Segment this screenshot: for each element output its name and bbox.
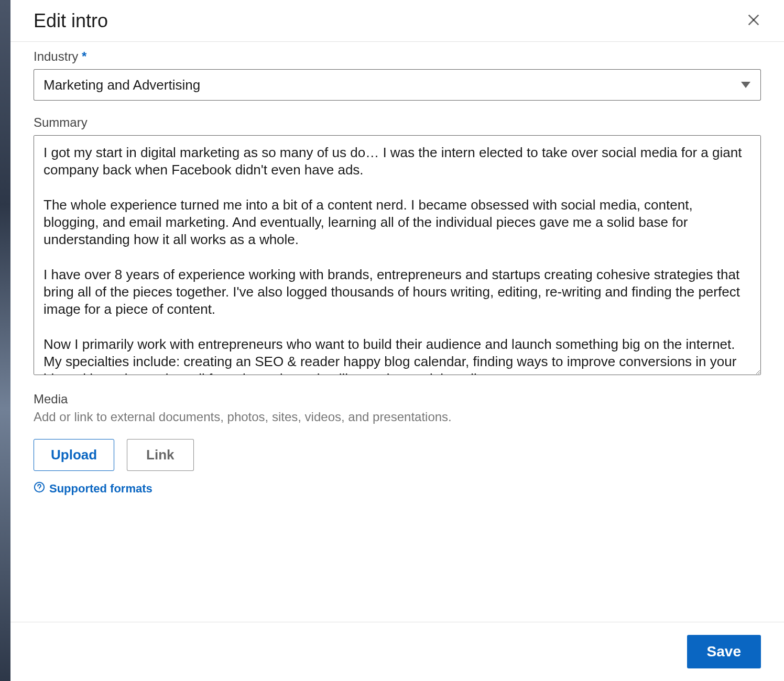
summary-label: Summary [34,115,761,130]
help-icon [34,481,45,496]
upload-button[interactable]: Upload [34,439,114,471]
media-buttons: Upload Link [34,439,761,471]
industry-label: Industry * [34,49,761,64]
close-button[interactable] [743,9,764,32]
media-helper-text: Add or link to external documents, photo… [34,410,761,424]
svg-point-4 [39,489,39,490]
modal-header: Edit intro [10,0,784,42]
link-button[interactable]: Link [127,439,193,471]
modal-footer: Save [10,622,784,681]
media-label: Media [34,392,761,407]
close-icon [745,12,762,30]
industry-select-wrapper: Marketing and Advertising [34,69,761,101]
summary-field-group: Summary I got my start in digital market… [34,115,761,377]
industry-field-group: Industry * Marketing and Advertising [34,49,761,101]
modal-backdrop [0,0,10,681]
edit-intro-modal: Edit intro Industry * Marketing and Adve… [10,0,784,681]
supported-formats-link[interactable]: Supported formats [34,481,761,496]
modal-title: Edit intro [34,10,108,32]
supported-formats-text: Supported formats [49,482,153,496]
save-button[interactable]: Save [687,635,761,668]
media-section: Media Add or link to external documents,… [34,392,761,496]
summary-textarea[interactable]: I got my start in digital marketing as s… [34,135,761,375]
industry-label-text: Industry [34,49,78,63]
modal-body: Industry * Marketing and Advertising Sum… [10,42,784,622]
industry-select[interactable]: Marketing and Advertising [34,69,761,101]
required-marker: * [82,49,86,63]
